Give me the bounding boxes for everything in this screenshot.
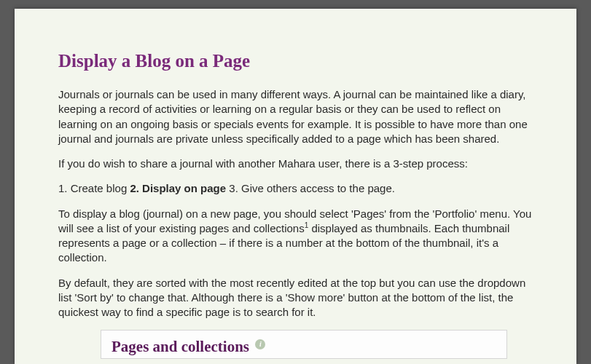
page-title: Display a Blog on a Page <box>58 51 533 71</box>
pages-collections-panel: Pages and collections i <box>101 330 507 359</box>
step-3-text: 3. Give others access to the page. <box>226 182 395 194</box>
intro-paragraph: Journals or journals can be used in many… <box>58 87 533 146</box>
sorting-paragraph: By default, they are sorted with the mos… <box>58 276 533 320</box>
share-intro-paragraph: If you do wish to share a journal with a… <box>58 157 533 171</box>
steps-paragraph: 1. Create blog 2. Display on page 3. Giv… <box>58 181 533 196</box>
step-1-text: 1. Create blog <box>58 182 130 194</box>
step-2-text: 2. Display on page <box>130 182 226 194</box>
display-instructions-paragraph: To display a blog (journal) on a new pag… <box>58 207 533 266</box>
info-icon[interactable]: i <box>255 339 265 349</box>
panel-title: Pages and collections <box>111 338 249 356</box>
document-page: Display a Blog on a Page Journals or jou… <box>15 9 576 364</box>
